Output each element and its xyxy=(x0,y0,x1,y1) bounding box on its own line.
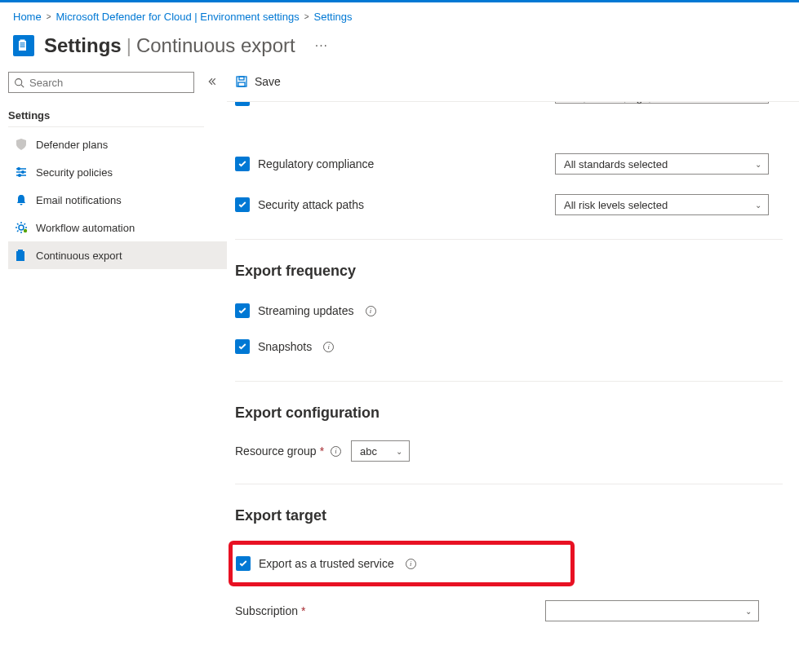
sidebar-item-email-notifications[interactable]: Email notifications xyxy=(8,186,227,214)
section-title-frequency: Export frequency xyxy=(235,259,799,293)
export-icon xyxy=(15,249,28,262)
breadcrumb: Home > Microsoft Defender for Cloud | En… xyxy=(0,2,799,29)
shield-icon xyxy=(15,138,28,151)
divider xyxy=(8,126,204,127)
page-header: Settings | Continuous export ··· xyxy=(0,29,799,72)
checkbox-partial[interactable] xyxy=(235,101,250,106)
sidebar-item-security-policies[interactable]: Security policies xyxy=(8,158,227,186)
main-content: Save x Low,Medium,High,Informational ⌄ xyxy=(227,72,799,658)
sidebar-item-defender-plans[interactable]: Defender plans xyxy=(8,130,227,158)
page-title-sub: Continuous export xyxy=(136,34,295,57)
section-divider xyxy=(235,239,783,240)
chevron-down-icon: ⌄ xyxy=(755,160,761,169)
breadcrumb-defender[interactable]: Microsoft Defender for Cloud | Environme… xyxy=(56,11,300,23)
info-icon[interactable]: i xyxy=(331,446,341,457)
svg-rect-16 xyxy=(239,77,244,80)
sidebar-item-continuous-export[interactable]: Continuous export xyxy=(8,241,227,269)
checkbox-streaming-updates[interactable] xyxy=(235,303,250,318)
checkbox-label: Snapshots xyxy=(258,340,312,353)
chevron-down-icon: ⌄ xyxy=(745,607,752,616)
field-label-subscription: Subscription * xyxy=(235,604,305,617)
section-title-config: Export configuration xyxy=(235,401,799,435)
svg-point-9 xyxy=(22,171,24,174)
svg-rect-14 xyxy=(18,250,23,251)
checkbox-label: Export as a trusted service xyxy=(259,557,394,570)
page-title-main: Settings xyxy=(44,34,122,57)
sidebar-item-label: Continuous export xyxy=(36,250,122,262)
sidebar-item-label: Security policies xyxy=(36,166,113,179)
sidebar-item-label: Defender plans xyxy=(36,139,108,151)
section-title-target: Export target xyxy=(235,504,799,537)
svg-point-11 xyxy=(19,225,24,230)
sidebar-item-label: Workflow automation xyxy=(36,222,135,234)
more-actions-button[interactable]: ··· xyxy=(315,38,328,53)
required-indicator: * xyxy=(301,604,305,617)
sidebar-item-workflow-automation[interactable]: Workflow automation xyxy=(8,214,227,241)
info-icon[interactable]: i xyxy=(366,306,376,316)
checkbox-snapshots[interactable] xyxy=(235,339,250,354)
breadcrumb-home[interactable]: Home xyxy=(13,11,42,23)
checkbox-regulatory-compliance[interactable] xyxy=(235,157,250,171)
chevron-down-icon: ⌄ xyxy=(396,447,402,456)
checkbox-attack-paths[interactable] xyxy=(235,197,250,212)
severity-dropdown[interactable]: Low,Medium,High,Informational ⌄ xyxy=(555,101,769,104)
breadcrumb-settings[interactable]: Settings xyxy=(314,11,353,23)
checkbox-label: Streaming updates xyxy=(258,304,354,317)
sidebar-search[interactable] xyxy=(8,72,194,93)
chevron-double-left-icon xyxy=(207,77,217,86)
standards-dropdown[interactable]: All standards selected ⌄ xyxy=(555,153,769,175)
subscription-dropdown[interactable]: ⌄ xyxy=(545,600,759,621)
svg-rect-13 xyxy=(16,251,24,261)
svg-point-12 xyxy=(24,229,27,232)
svg-rect-1 xyxy=(20,45,25,46)
sidebar-item-label: Email notifications xyxy=(36,194,122,206)
checkbox-label: Regulatory compliance xyxy=(258,157,374,170)
chevron-right-icon: > xyxy=(47,12,51,21)
search-icon xyxy=(14,77,24,88)
required-indicator: * xyxy=(320,444,324,458)
chevron-down-icon: ⌄ xyxy=(755,201,761,210)
dropdown-value: All risk levels selected xyxy=(564,199,668,211)
svg-line-4 xyxy=(21,84,24,86)
collapse-sidebar-button[interactable] xyxy=(204,73,220,92)
gear-icon xyxy=(15,221,28,234)
sidebar-section-title: Settings xyxy=(8,106,227,126)
sidebar: Settings Defender plans Security policie… xyxy=(0,72,227,658)
risk-levels-dropdown[interactable]: All risk levels selected ⌄ xyxy=(555,194,769,215)
svg-rect-2 xyxy=(20,46,25,47)
svg-rect-0 xyxy=(20,42,25,43)
save-button[interactable]: Save xyxy=(235,75,281,88)
section-divider xyxy=(235,381,783,382)
info-icon[interactable]: i xyxy=(406,559,416,569)
svg-rect-17 xyxy=(238,82,245,86)
page-title-separator: | xyxy=(127,34,131,57)
highlight-callout: Export as a trusted service i xyxy=(229,541,575,586)
field-label-resource-group: Resource group * i xyxy=(235,444,351,458)
policy-icon xyxy=(15,166,28,179)
page-title: Settings | Continuous export xyxy=(44,34,295,57)
settings-blade-icon xyxy=(13,35,34,56)
svg-point-8 xyxy=(18,168,20,170)
resource-group-dropdown[interactable]: abc ⌄ xyxy=(351,440,410,462)
search-input[interactable] xyxy=(29,77,189,89)
checkbox-trusted-service[interactable] xyxy=(236,556,251,571)
checkbox-label: Security attack paths xyxy=(258,198,364,211)
chevron-right-icon: > xyxy=(304,12,309,21)
save-button-label: Save xyxy=(255,75,281,88)
section-divider xyxy=(235,484,783,484)
toolbar: Save xyxy=(227,72,799,101)
info-icon[interactable]: i xyxy=(323,342,334,352)
bell-icon xyxy=(15,193,28,206)
svg-point-10 xyxy=(19,175,21,177)
save-icon xyxy=(235,75,248,88)
dropdown-value: abc xyxy=(360,445,377,458)
dropdown-value: All standards selected xyxy=(564,158,668,170)
svg-point-3 xyxy=(16,78,22,85)
